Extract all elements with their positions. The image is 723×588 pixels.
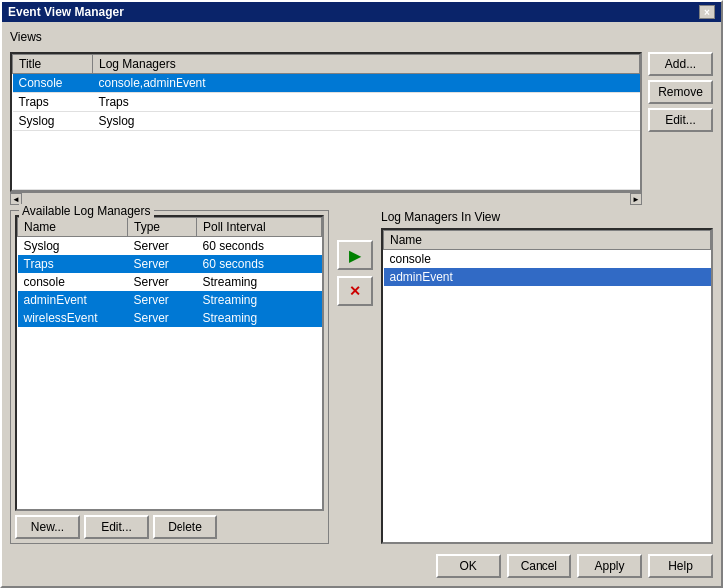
log-type-cell: Server bbox=[128, 273, 197, 291]
view-title-cell: Syslog bbox=[13, 112, 93, 131]
log-managers-in-view-table: Name console adminEvent bbox=[383, 230, 711, 485]
views-col-log-managers: Log Managers bbox=[93, 55, 640, 74]
table-row[interactable]: Syslog Server 60 seconds bbox=[18, 237, 322, 256]
table-row-empty bbox=[13, 131, 640, 190]
edit-log-button[interactable]: Edit... bbox=[84, 515, 149, 539]
table-row[interactable]: console Server Streaming bbox=[18, 273, 322, 291]
scroll-right-arrow[interactable]: ► bbox=[630, 193, 642, 205]
available-log-buttons: New... Edit... Delete bbox=[15, 515, 324, 539]
event-view-manager-window: Event View Manager × Views Title Log Man… bbox=[0, 0, 723, 588]
new-log-button[interactable]: New... bbox=[15, 515, 80, 539]
log-name-cell: Syslog bbox=[18, 237, 128, 256]
view-title-cell: Console bbox=[13, 74, 93, 93]
table-row-empty bbox=[18, 327, 322, 427]
ok-button[interactable]: OK bbox=[436, 554, 501, 578]
views-panel: Title Log Managers Console console,admin… bbox=[10, 52, 713, 204]
apply-button[interactable]: Apply bbox=[577, 554, 642, 578]
help-button[interactable]: Help bbox=[648, 554, 713, 578]
views-buttons: Add... Remove Edit... bbox=[648, 52, 713, 204]
footer-buttons: OK Cancel Apply Help bbox=[10, 550, 713, 578]
views-label: Views bbox=[10, 30, 713, 44]
window-title: Event View Manager bbox=[8, 5, 124, 19]
lmiv-name-cell: adminEvent bbox=[384, 268, 711, 286]
log-managers-in-view-table-container: Name console adminEvent bbox=[381, 228, 713, 544]
view-log-managers-cell: console,adminEvent bbox=[93, 74, 640, 93]
log-poll-cell: 60 seconds bbox=[197, 237, 322, 256]
log-name-cell: console bbox=[18, 273, 128, 291]
remove-from-view-button[interactable]: ✕ bbox=[337, 276, 373, 306]
title-bar: Event View Manager × bbox=[2, 2, 721, 22]
col-type: Type bbox=[128, 218, 197, 237]
col-poll-interval: Poll Interval bbox=[197, 218, 322, 237]
scroll-thumb[interactable] bbox=[22, 193, 630, 204]
table-row[interactable]: Console console,adminEvent bbox=[13, 74, 640, 93]
cancel-button[interactable]: Cancel bbox=[507, 554, 571, 578]
edit-button[interactable]: Edit... bbox=[648, 108, 713, 132]
log-name-cell: adminEvent bbox=[18, 291, 128, 309]
window-body: Views Title Log Managers Conso bbox=[2, 22, 721, 586]
arrow-buttons-section: ▶ ✕ bbox=[337, 210, 373, 544]
log-managers-in-view-panel: Log Managers In View Name console bbox=[381, 210, 713, 544]
col-name: Name bbox=[18, 218, 128, 237]
log-type-cell: Server bbox=[128, 237, 197, 256]
remove-icon: ✕ bbox=[349, 283, 361, 299]
bottom-section: Available Log Managers Name Type Poll In… bbox=[10, 210, 713, 544]
log-name-cell: wirelessEvent bbox=[18, 309, 128, 327]
log-managers-in-view-label: Log Managers In View bbox=[381, 210, 713, 224]
add-button[interactable]: Add... bbox=[648, 52, 713, 76]
table-row-empty bbox=[384, 286, 711, 485]
view-log-managers-cell: Syslog bbox=[93, 112, 640, 131]
lmiv-name-cell: console bbox=[384, 250, 711, 269]
arrow-right-icon: ▶ bbox=[349, 246, 361, 265]
table-row[interactable]: Traps Server 60 seconds bbox=[18, 255, 322, 273]
table-row[interactable]: Syslog Syslog bbox=[13, 112, 640, 131]
table-row[interactable]: console bbox=[384, 250, 711, 269]
log-type-cell: Server bbox=[128, 255, 197, 273]
log-type-cell: Server bbox=[128, 309, 197, 327]
table-row[interactable]: Traps Traps bbox=[13, 93, 640, 112]
available-log-managers-panel: Available Log Managers Name Type Poll In… bbox=[10, 210, 329, 544]
table-row[interactable]: wirelessEvent Server Streaming bbox=[18, 309, 322, 327]
available-log-managers-table-container: Name Type Poll Interval Syslog Server 60… bbox=[15, 215, 324, 511]
log-poll-cell: Streaming bbox=[197, 273, 322, 291]
log-poll-cell: Streaming bbox=[197, 291, 322, 309]
views-col-title: Title bbox=[13, 55, 93, 74]
lmiv-col-name: Name bbox=[384, 231, 711, 250]
available-log-managers-label: Available Log Managers bbox=[19, 204, 154, 218]
available-log-managers-table: Name Type Poll Interval Syslog Server 60… bbox=[17, 217, 322, 427]
views-table: Title Log Managers Console console,admin… bbox=[12, 54, 640, 190]
add-to-view-button[interactable]: ▶ bbox=[337, 240, 373, 270]
log-name-cell: Traps bbox=[18, 255, 128, 273]
delete-log-button[interactable]: Delete bbox=[153, 515, 217, 539]
horizontal-scrollbar[interactable]: ◄ ► bbox=[10, 192, 642, 204]
log-poll-cell: 60 seconds bbox=[197, 255, 322, 273]
view-title-cell: Traps bbox=[13, 93, 93, 112]
view-log-managers-cell: Traps bbox=[93, 93, 640, 112]
log-poll-cell: Streaming bbox=[197, 309, 322, 327]
close-button[interactable]: × bbox=[699, 5, 715, 19]
log-type-cell: Server bbox=[128, 291, 197, 309]
remove-button[interactable]: Remove bbox=[648, 80, 713, 104]
table-row[interactable]: adminEvent bbox=[384, 268, 711, 286]
views-table-container: Title Log Managers Console console,admin… bbox=[10, 52, 642, 192]
table-row[interactable]: adminEvent Server Streaming bbox=[18, 291, 322, 309]
